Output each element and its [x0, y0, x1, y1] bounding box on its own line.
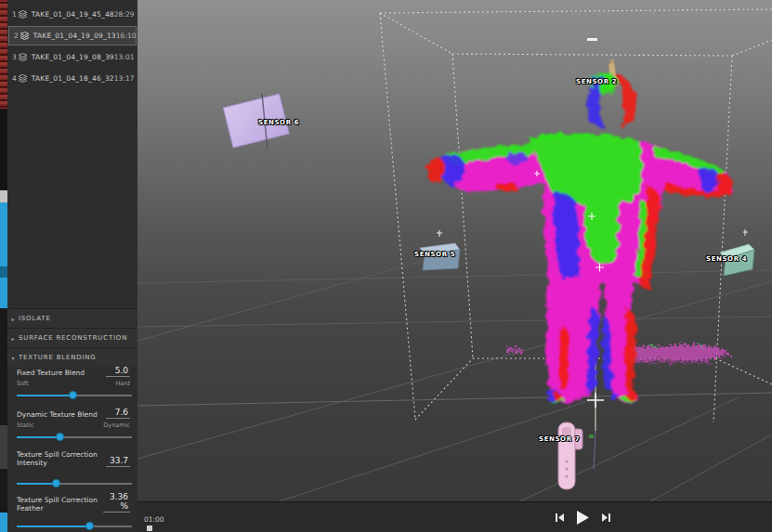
slider-max-label: Dynamic	[103, 422, 130, 429]
take-row[interactable]: 3 TAKE_01_04_19_08_39 13:01	[7, 46, 137, 68]
control-fixed-texture-blend: Fixed Texture Blend 5.0 Soft Hard	[7, 366, 137, 402]
bounding-box-handle[interactable]	[587, 38, 597, 41]
take-duration: 13:17	[114, 74, 135, 83]
control-label: Dynamic Texture Blend	[17, 410, 98, 419]
chevron-right-icon: ▸	[7, 316, 19, 322]
panel-label: ISOLATE	[19, 315, 51, 322]
timecode: 01:00	[144, 515, 164, 524]
control-dynamic-texture-blend: Dynamic Texture Blend 7.6 Static Dynamic	[7, 408, 137, 444]
take-name: TAKE_01_04_19_09_13	[33, 32, 116, 40]
slider-spill-intensity[interactable]	[17, 477, 132, 490]
sensor-label[interactable]: SENSOR 5	[414, 251, 455, 258]
slider-spill-feather[interactable]	[17, 520, 132, 532]
chevron-right-icon: ▸	[7, 335, 19, 342]
take-duration: 16:10	[116, 32, 137, 40]
slider-thumb[interactable]	[56, 433, 64, 441]
slider-fill	[17, 526, 90, 527]
chevron-down-icon: ▾	[7, 355, 19, 361]
skip-previous-icon	[556, 513, 564, 522]
layers-icon	[18, 53, 28, 61]
layers-icon	[18, 10, 28, 19]
slider-fixed-texture-blend[interactable]	[17, 389, 132, 402]
properties-panel: ▸ ISOLATE ▸ SURFACE RECONSTRUCTION ▾ TEX…	[7, 308, 137, 367]
slider-thumb[interactable]	[85, 522, 94, 530]
slider-min-label: Soft	[17, 380, 29, 387]
slider-thumb[interactable]	[69, 391, 77, 399]
take-name: TAKE_01_04_18_46_32	[32, 74, 114, 83]
take-row[interactable]: 4 TAKE_01_04_18_46_32 13:17	[7, 68, 137, 89]
skip-next-icon	[602, 513, 610, 522]
play-icon	[577, 511, 589, 525]
control-label: Texture Spill Correction Feather	[17, 496, 103, 513]
take-row-selected[interactable]: 2 TAKE_01_04_19_09_13 16:10	[8, 26, 137, 45]
control-label: Fixed Texture Blend	[17, 369, 85, 377]
take-row[interactable]: 1 TAKE_01_04_19_45_48 28:29	[7, 4, 137, 25]
panel-header-texture-blending[interactable]: ▾ TEXTURE BLENDING	[7, 347, 137, 367]
control-value-field[interactable]: 7.6	[106, 408, 130, 419]
slider-fill	[17, 395, 73, 396]
slider-max-label: Hard	[115, 380, 130, 387]
panel-header-isolate[interactable]: ▸ ISOLATE	[7, 308, 137, 328]
control-label: Texture Spill Correction Intensity	[17, 450, 106, 467]
take-number: 4	[12, 74, 17, 83]
previous-frame-button[interactable]	[554, 512, 566, 524]
control-spill-correction-intensity: Texture Spill Correction Intensity 33.7	[7, 450, 137, 490]
film-strip[interactable]	[0, 0, 7, 532]
take-list: 1 TAKE_01_04_19_45_48 28:29 2 TAKE_01_04…	[7, 4, 137, 89]
control-value-field[interactable]: 3.36 %	[103, 492, 130, 513]
playhead-marker[interactable]	[147, 526, 152, 531]
slider-fill	[17, 436, 60, 438]
layers-icon	[18, 74, 28, 83]
take-name: TAKE_01_04_19_45_48	[32, 10, 114, 19]
layers-icon	[20, 32, 30, 40]
take-number: 1	[12, 10, 17, 19]
control-value-field[interactable]: 5.0	[106, 366, 130, 377]
take-duration: 28:29	[114, 10, 135, 19]
play-button[interactable]	[575, 509, 591, 526]
slider-thumb[interactable]	[52, 479, 60, 487]
next-frame-button[interactable]	[600, 512, 612, 524]
viewport-3d[interactable]: SENSOR 2 SENSOR 6 SENSOR 5 SENSOR 4 SENS…	[137, 0, 772, 501]
take-number: 2	[14, 32, 19, 40]
slider-dynamic-texture-blend[interactable]	[17, 431, 132, 444]
sensor-label[interactable]: SENSOR 7	[539, 435, 580, 443]
slider-fill	[17, 483, 57, 485]
sensor-label[interactable]: SENSOR 2	[576, 78, 617, 85]
sidebar: 1 TAKE_01_04_19_45_48 28:29 2 TAKE_01_04…	[7, 0, 137, 532]
slider-min-label: Static	[17, 422, 34, 429]
take-duration: 13:01	[114, 53, 135, 61]
sensor-label[interactable]: SENSOR 4	[706, 255, 747, 263]
control-spill-correction-feather: Texture Spill Correction Feather 3.36 %	[7, 492, 137, 532]
control-value-field[interactable]: 33.7	[106, 456, 130, 467]
sensor-label[interactable]: SENSOR 6	[258, 119, 299, 126]
take-number: 3	[12, 53, 17, 61]
panel-label: SURFACE RECONSTRUCTION	[19, 334, 127, 342]
panel-header-surface-reconstruction[interactable]: ▸ SURFACE RECONSTRUCTION	[7, 328, 137, 347]
take-name: TAKE_01_04_19_08_39	[32, 53, 114, 61]
transport-controls	[554, 509, 612, 526]
depth-capture-app: 1 TAKE_01_04_19_45_48 28:29 2 TAKE_01_04…	[0, 0, 772, 532]
panel-label: TEXTURE BLENDING	[19, 354, 97, 361]
timeline-bar: 01:00	[137, 501, 772, 532]
